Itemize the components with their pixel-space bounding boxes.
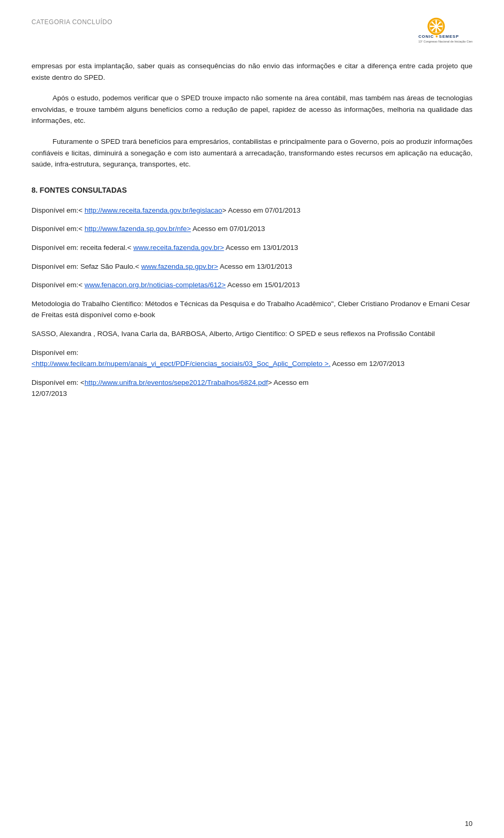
fecilcam-link[interactable]: <http://www.fecilcam.br/nupem/anais_vi_e… <box>32 360 331 368</box>
ref2-suffix: Acesso em 07/01/2013 <box>191 225 265 233</box>
sasso-reference: SASSO, Alexandra , ROSA, Ivana Carla da,… <box>32 328 472 340</box>
paragraph-3: Futuramente o SPED trará benefícios para… <box>32 136 472 170</box>
svg-point-13 <box>432 29 434 31</box>
svg-point-8 <box>430 25 432 27</box>
ref3-suffix: Acesso em 13/01/2013 <box>224 244 298 252</box>
page-container: CATEGORIA CONCLUÍDO <box>0 0 504 838</box>
unifra-link[interactable]: http://www.unifra.br/eventos/sepe2012/Tr… <box>85 379 268 386</box>
reference-item-4: Disponível em: Sefaz São Paulo.< www.faz… <box>32 261 472 273</box>
reference-item-3: Disponível em: receita federal.< www.rec… <box>32 242 472 254</box>
svg-point-6 <box>435 20 437 22</box>
svg-text:SEMESP: SEMESP <box>439 34 459 39</box>
ref1-link[interactable]: http://www.receita.fazenda.gov.br/legisl… <box>85 206 222 214</box>
svg-point-11 <box>439 29 441 31</box>
ref5-suffix: Acesso em 15/01/2013 <box>226 281 300 289</box>
sasso-reference-text: SASSO, Alexandra , ROSA, Ivana Carla da,… <box>32 330 435 338</box>
book-reference-text: Metodologia do Trabalho Científico: Méto… <box>32 300 470 319</box>
reference-item-2: Disponível em:< http://www.fazenda.sp.go… <box>32 223 472 235</box>
svg-point-9 <box>440 25 443 27</box>
section-title: FONTES CONSULTADAS <box>40 186 127 194</box>
ref1-prefix: Disponível em:< <box>32 206 85 214</box>
ref3-prefix: Disponível em: receita federal.< <box>32 244 133 252</box>
svg-point-10 <box>432 22 434 24</box>
logo-container: CONIC SEMESP 13° Congresso Nacional de I… <box>410 16 472 45</box>
ref4-suffix: Acesso em 13/01/2013 <box>218 263 292 270</box>
ref2-prefix: Disponível em:< <box>32 225 85 233</box>
fecilcam-prefix: Disponível em: <box>32 349 78 357</box>
svg-text:13° Congresso Nacional de Inic: 13° Congresso Nacional de Iniciação Cien… <box>418 40 472 43</box>
unifra-suffix: > Acesso em <box>268 379 309 386</box>
logo-icon: CONIC SEMESP 13° Congresso Nacional de I… <box>410 16 472 45</box>
svg-point-7 <box>435 30 437 33</box>
page-header: CATEGORIA CONCLUÍDO <box>32 16 472 45</box>
paragraph-1: empresas por esta implantação, saber qua… <box>32 60 472 83</box>
unifra-reference: Disponível em: <http://www.unifra.br/eve… <box>32 377 472 400</box>
ref3-link[interactable]: www.receita.fazenda.gov.br> <box>133 244 224 252</box>
unifra-prefix: Disponível em: < <box>32 379 85 386</box>
reference-item-1: Disponível em:< http://www.receita.fazen… <box>32 205 472 216</box>
ref4-prefix: Disponível em: Sefaz São Paulo.< <box>32 263 141 270</box>
fecilcam-suffix: Acesso em 12/07/2013 <box>331 360 405 368</box>
ref5-link[interactable]: www.fenacon.org.br/noticias-completas/61… <box>85 281 226 289</box>
ref1-suffix: > Acesso em 07/01/2013 <box>222 206 300 214</box>
fecilcam-reference: Disponível em: <http://www.fecilcam.br/n… <box>32 347 472 370</box>
page-number: 10 <box>465 820 472 827</box>
section-number: 8. <box>32 186 38 194</box>
reference-item-5: Disponível em:< www.fenacon.org.br/notic… <box>32 279 472 291</box>
paragraph-2: Após o estudo, podemos verificar que o S… <box>32 92 472 127</box>
svg-point-12 <box>439 22 441 24</box>
ref2-link[interactable]: http://www.fazenda.sp.gov.br/nfe> <box>85 225 191 233</box>
svg-text:CONIC: CONIC <box>418 34 434 39</box>
unifra-date: 12/07/2013 <box>32 390 67 397</box>
category-label: CATEGORIA CONCLUÍDO <box>32 16 112 26</box>
svg-point-15 <box>436 36 438 38</box>
book-reference: Metodologia do Trabalho Científico: Méto… <box>32 298 472 321</box>
section-heading: 8. FONTES CONSULTADAS <box>32 186 472 194</box>
ref5-prefix: Disponível em:< <box>32 281 85 289</box>
ref4-link[interactable]: www.fazenda.sp.gpv.br> <box>141 263 218 270</box>
content-body: empresas por esta implantação, saber qua… <box>32 60 472 400</box>
